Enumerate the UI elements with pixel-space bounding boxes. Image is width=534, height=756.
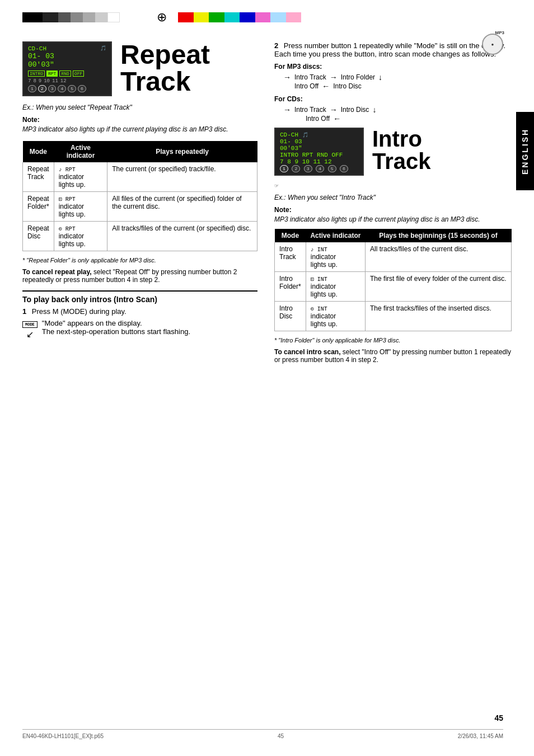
page-number: 45 (494, 713, 503, 722)
color-swatch-yellow (194, 12, 209, 22)
cd-display-repeat: CD-CH 🎵 01- 03 00'03" INTRO RPT RND OFF (22, 41, 112, 99)
color-swatch-pink (255, 12, 271, 22)
intro-btn-2[interactable]: 2 (292, 165, 300, 172)
intro-display-icon: 🎵 (302, 133, 308, 138)
mp3-intro-folder: Intro Folder (341, 73, 375, 81)
footer-left: EN40-46KD-LH1101[E_EX]t.p65 (22, 733, 104, 739)
cd-display-icon: 🎵 (100, 45, 106, 52)
cd-display-intro: CD-CH 🎵 01- 03 00'03" INTRO RPT RND OFF (274, 128, 364, 189)
intro-btn-5[interactable]: 5 (328, 165, 336, 172)
mp3-arrow-left: ← (322, 82, 330, 91)
intro-scan-heading: To play back only intros (Intro Scan) (22, 290, 257, 304)
repeat-indicator-folder: ⊡ RPTindicatorlights up. (54, 191, 107, 221)
num-8: 8 (33, 78, 36, 84)
num-9: 9 (39, 78, 41, 84)
color-swatch-white (107, 12, 120, 22)
bar-off: OFF (73, 71, 84, 77)
intro-indicator-track: ♪ INTindicatorlights up. (306, 242, 365, 272)
table-row: RepeatTrack ♪ RPTindicatorlights up. The… (23, 162, 257, 192)
repeat-table-header-mode: Mode (23, 141, 54, 162)
color-swatch-gray3 (83, 12, 95, 22)
cd-flow: → Intro Track → Intro Disc ↓ Intro Off ← (283, 105, 512, 123)
intro-track-caption: Ex.: When you select "Intro Track" (274, 194, 512, 201)
cd-intro-track: Intro Track (294, 106, 326, 114)
cd-display-line2: 01- 03 (28, 52, 106, 60)
intro-table-header-plays: Plays the beginnings (15 seconds) of (366, 229, 512, 242)
intro-track-title: IntroTrack (372, 128, 431, 172)
color-swatch-red (178, 12, 194, 22)
mp3-arrow-right: → (283, 73, 291, 82)
step2-number: 2 (274, 41, 278, 50)
intro-mode-folder: IntroFolder* (275, 271, 306, 301)
mp3-intro-track: Intro Track (294, 73, 326, 81)
cd-display-line1: CD-CH (28, 45, 46, 52)
color-swatch-blue (240, 12, 255, 22)
crosshair-icon: ⊕ (157, 10, 167, 25)
repeat-track-title: RepeatTrack (120, 41, 210, 95)
cancel-intro-bold: To cancel intro scan, (274, 348, 340, 356)
step1-text: Press M (MODE) during play. (32, 307, 127, 316)
btn-4[interactable]: 4 (58, 85, 66, 92)
intro-track-display-section: CD-CH 🎵 01- 03 00'03" INTRO RPT RND OFF (274, 128, 512, 189)
intro-btn-3[interactable]: 3 (304, 165, 312, 172)
num-10: 10 (44, 78, 50, 84)
step2-row: 2 Press number button 1 repeatedly while… (274, 41, 512, 58)
btn-1[interactable]: 1 (28, 85, 36, 92)
intro-bar-intro: INTRO (280, 152, 298, 158)
intro-btn-4[interactable]: 4 (316, 165, 324, 172)
repeat-indicator-disc: ⊙ RPTindicatorlights up. (54, 221, 107, 251)
num-12: 12 (60, 78, 67, 84)
intro-num-11: 11 (313, 158, 320, 165)
intro-btn-6[interactable]: 6 (340, 165, 348, 172)
left-note-label: Note: (22, 116, 257, 124)
mp3-flow-row2: Intro Off ← Intro Disc (283, 82, 512, 91)
intro-bar-rnd: RND (317, 152, 328, 158)
intro-num-8: 8 (287, 158, 291, 165)
cancel-intro-text: To cancel intro scan, select "Intro Off"… (274, 348, 512, 364)
color-swatch-gray2 (71, 12, 83, 22)
btn-3[interactable]: 3 (48, 85, 57, 92)
intro-display-hand-icon: ☞ (274, 183, 279, 189)
color-swatch-green (209, 12, 224, 22)
num-7: 7 (28, 78, 31, 84)
cd-flow-row2: Intro Off ← (283, 114, 512, 123)
repeat-plays-folder: All files of the current (or specified) … (107, 191, 257, 221)
mp3-label: MP3 (495, 30, 504, 35)
right-column: 2 Press number button 1 repeatedly while… (274, 41, 512, 364)
step1-sub-content: "Mode" appears on the display. The next-… (42, 319, 190, 336)
color-swatch-gray1 (58, 12, 71, 22)
mp3-flow: → Intro Track → Intro Folder ↓ Intro Off… (283, 73, 512, 91)
repeat-table-header-plays: Plays repeatedly (107, 141, 257, 162)
step1-sub2: The next-step-operation buttons start fl… (42, 327, 190, 336)
intro-num-7: 7 (280, 158, 284, 165)
intro-table-header-mode: Mode (275, 229, 306, 242)
repeat-indicator-track: ♪ RPTindicatorlights up. (54, 162, 107, 192)
intro-num-9: 9 (294, 158, 298, 165)
step1-detail: MODE ↙ "Mode" appears on the display. Th… (22, 319, 257, 340)
table-row: RepeatDisc ⊙ RPTindicatorlights up. All … (23, 221, 257, 251)
color-bar-right (178, 12, 301, 22)
mp3-badge-area: MP3 ● (482, 34, 503, 55)
footer-right: 2/26/03, 11:45 AM (458, 733, 503, 739)
table-row: IntroFolder* ⊡ INTindicatorlights up. Th… (275, 271, 512, 301)
table-row: RepeatFolder* ⊡ RPTindicatorlights up. A… (23, 191, 257, 221)
intro-btn-1[interactable]: 1 (280, 165, 288, 172)
step1-sub1: "Mode" appears on the display. (42, 319, 190, 327)
repeat-track-caption: Ex.: When you select "Repeat Track" (22, 104, 257, 111)
intro-bar-off: OFF (331, 152, 343, 158)
intro-bar-rpt: RPT (302, 152, 313, 158)
btn-5[interactable]: 5 (68, 85, 76, 92)
right-note-text: MP3 indicator also lights up if the curr… (274, 215, 512, 224)
cd-display-line3: 00'03" (28, 60, 106, 69)
mode-button-icon: MODE (22, 321, 38, 328)
intro-num-10: 10 (302, 158, 310, 165)
repeat-plays-track: The current (or specified) track/file. (107, 162, 257, 192)
step1-number: 1 (22, 307, 26, 316)
intro-plays-folder: The first file of every folder of the cu… (366, 271, 512, 301)
intro-plays-disc: The first tracks/files of the inserted d… (366, 301, 512, 331)
footer-center: 45 (278, 733, 284, 739)
color-swatch-black2 (43, 12, 58, 22)
btn-6[interactable]: 6 (78, 85, 86, 92)
english-sidebar-label: ENGLISH (516, 112, 534, 190)
btn-2[interactable]: 2 (38, 85, 46, 92)
